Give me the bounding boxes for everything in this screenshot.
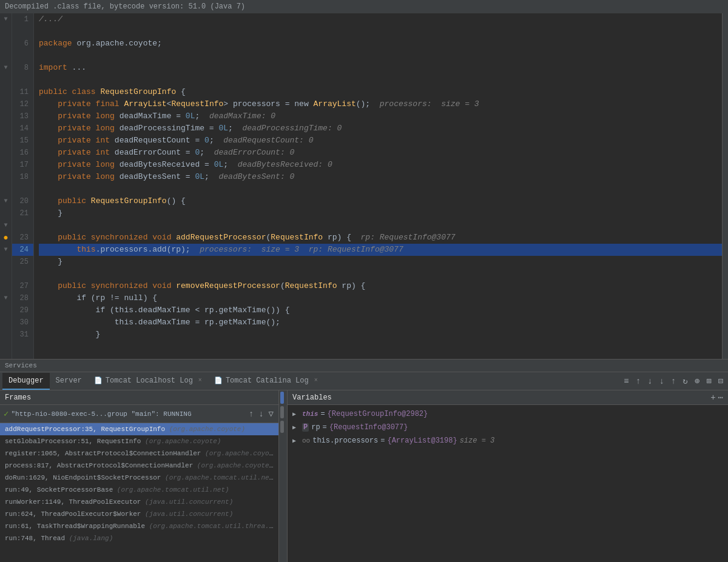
frame-item-6[interactable]: runWorker:1149, ThreadPoolExecutor (java… [0, 496, 278, 508]
gutter-line-4 [0, 50, 12, 62]
gutter-line-19: ● [0, 232, 12, 244]
var-item-processors[interactable]: ▶ oo this.processors = {ArrayList@3198} … [288, 434, 728, 447]
toolbar-up-btn[interactable]: ↑ [633, 375, 643, 387]
var-val-this: {RequestGroupInfo@2982} [328, 410, 428, 418]
frame-item-1[interactable]: setGlobalProcessor:51, RequestInfo (org.… [0, 435, 278, 447]
gutter-line-6 [0, 74, 12, 86]
line-num-blank3 [12, 74, 33, 86]
variables-add-btn[interactable]: + [710, 393, 715, 403]
code-line-blank5 [39, 219, 722, 232]
frame-item-0[interactable]: addRequestProcessor:35, RequestGroupInfo… [0, 423, 278, 435]
frame-item-5[interactable]: run:49, SocketProcessorBase (org.apache.… [0, 484, 278, 496]
toolbar-up2-btn[interactable]: ↑ [669, 375, 678, 387]
line-num-20: 20 [12, 195, 33, 207]
var-icon-this: this [302, 410, 318, 418]
frame-item-4[interactable]: doRun:1629, NioEndpoint$SocketProcessor … [0, 472, 278, 484]
frame-item-7[interactable]: run:624, ThreadPoolExecutor$Worker (java… [0, 508, 278, 520]
thread-up-btn[interactable]: ↑ [248, 408, 255, 420]
tab-tomcat-catalina-label: Tomcat Catalina Log [226, 376, 309, 385]
thread-name-text: "http-nio-8080-exec-5...group "main": RU… [11, 410, 244, 418]
fold-icon-if1[interactable]: ▼ [4, 292, 7, 304]
var-name-processors: this.processors [312, 437, 378, 445]
code-line-blank2 [39, 50, 722, 62]
code-line-blank4 [39, 183, 722, 195]
code-line-21: } [39, 207, 722, 219]
variables-list[interactable]: ▶ this = {RequestGroupInfo@2982} ▶ P rp … [288, 405, 728, 562]
var-expand-this[interactable]: ▶ [292, 410, 300, 418]
line-num-28: 28 [12, 292, 33, 304]
var-item-this[interactable]: ▶ this = {RequestGroupInfo@2982} [288, 407, 728, 421]
line-num-27: 27 [12, 280, 33, 292]
code-line-12: private final ArrayList<RequestInfo> pro… [39, 98, 722, 110]
code-line-15: private int deadRequestCount = 0; deadRe… [39, 135, 722, 147]
fold-icon-close1[interactable]: ▼ [4, 244, 7, 256]
var-expand-processors[interactable]: ▶ [292, 437, 300, 444]
toolbar-menu-btn[interactable]: ≡ [621, 375, 631, 387]
line-num-16: 16 [12, 147, 33, 159]
line-num-blank1 [12, 25, 33, 38]
var-item-rp[interactable]: ▶ P rp = {RequestInfo@3077} [288, 421, 728, 434]
gutter-line-12 [0, 147, 12, 159]
line-num-31: 31 [12, 329, 33, 341]
gutter-line-11 [0, 135, 12, 147]
active-indicator [280, 392, 284, 404]
thread-filter-btn[interactable]: ▽ [268, 407, 275, 420]
gutter-line-16: ▼ [0, 195, 12, 207]
toolbar-down-btn[interactable]: ↓ [645, 375, 655, 387]
gutter-line-7 [0, 86, 12, 98]
main-panel: Frames ✓ "http-nio-8080-exec-5...group "… [0, 390, 728, 562]
code-scrollbar[interactable] [722, 13, 728, 359]
inactive-indicator-2 [280, 421, 284, 433]
tab-tomcat-catalina[interactable]: 📄 Tomcat Catalina Log × [208, 373, 324, 390]
code-line-18: private long deadBytesSent = 0L; deadByt… [39, 171, 722, 183]
line-num-25: 25 [12, 256, 33, 268]
var-expand-rp[interactable]: ▶ [292, 424, 300, 431]
fold-icon-constructor[interactable]: ▼ [4, 195, 7, 207]
var-val-rp: {RequestInfo@3077} [329, 423, 408, 432]
fold-icon-import[interactable]: ▼ [4, 62, 7, 74]
line-num-11: 11 [12, 86, 33, 98]
services-panel: Services Debugger Server 📄 Tomcat Localh… [0, 359, 728, 562]
line-num-29: 29 [12, 304, 33, 316]
services-label: Services [5, 362, 37, 369]
tab-tomcat-localhost-close[interactable]: × [198, 377, 202, 384]
frame-item-2[interactable]: register:1065, AbstractProtocol$Connecti… [0, 447, 278, 460]
code-line-6: package org.apache.coyote; [39, 38, 722, 50]
frame-item-9[interactable]: run:748, Thread (java.lang) [0, 532, 278, 544]
fold-icon-method1[interactable]: ▼ [4, 219, 7, 232]
line-num-15: 15 [12, 135, 33, 147]
tab-server[interactable]: Server [50, 373, 88, 390]
var-eq-this: = [320, 410, 325, 418]
code-line-13: private long deadMaxTime = 0L; deadMaxTi… [39, 110, 722, 122]
toolbar-expand-btn[interactable]: ⊞ [704, 375, 713, 387]
code-content[interactable]: /.../ package org.apache.coyote; import … [34, 13, 722, 359]
tab-debugger-label: Debugger [8, 376, 44, 385]
tabs-bar[interactable]: Debugger Server 📄 Tomcat Localhost Log ×… [0, 372, 728, 390]
tab-tomcat-localhost[interactable]: 📄 Tomcat Localhost Log × [88, 373, 208, 390]
gutter-line-23 [0, 280, 12, 292]
gutter-line-3 [0, 38, 12, 50]
debug-breakpoint-icon[interactable]: ● [3, 232, 8, 244]
code-line-28: if (rp != null) { [39, 292, 722, 304]
thread-selector[interactable]: ✓ "http-nio-8080-exec-5...group "main": … [0, 405, 278, 423]
frame-item-8[interactable]: run:61, TaskThread$WrappingRunnable (org… [0, 520, 278, 532]
toolbar-collapse-btn[interactable]: ⊟ [716, 375, 726, 387]
frame-item-3[interactable]: process:817, AbstractProtocol$Connection… [0, 460, 278, 472]
frames-list[interactable]: addRequestProcessor:35, RequestGroupInfo… [0, 423, 278, 562]
gutter-line-25 [0, 304, 12, 316]
var-icon-processors: oo [302, 437, 310, 444]
var-eq-processors: = [380, 437, 385, 445]
tab-tomcat-catalina-close[interactable]: × [314, 377, 318, 384]
toolbar-settings-btn[interactable]: ⊕ [692, 375, 702, 387]
tab-debugger[interactable]: Debugger [2, 373, 50, 390]
code-line-blank3 [39, 74, 722, 86]
thread-down-btn[interactable]: ↓ [257, 408, 265, 420]
toolbar-refresh-btn[interactable]: ↻ [680, 375, 690, 387]
toolbar-down2-btn[interactable]: ↓ [656, 375, 666, 387]
code-line-8: import ... [39, 62, 722, 74]
tab-tomcat-catalina-icon: 📄 [214, 376, 223, 384]
fold-icon[interactable]: ▼ [4, 13, 7, 25]
variables-more-btn[interactable]: ⋯ [718, 392, 723, 403]
var-val-processors: {ArrayList@3198} [387, 437, 457, 445]
inactive-indicator-1 [280, 406, 284, 418]
